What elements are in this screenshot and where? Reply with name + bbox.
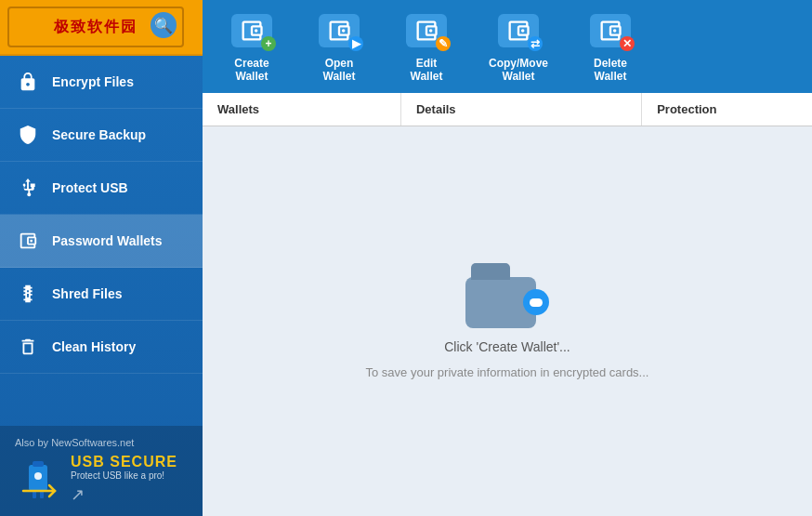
open-wallet-button[interactable]: ▶ OpenWallet — [297, 0, 381, 93]
copy-move-wallet-badge: ⇄ — [528, 36, 543, 51]
sidebar-label-protect-usb: Protect USB — [52, 180, 128, 195]
shield-icon — [15, 122, 41, 148]
svg-rect-2 — [33, 461, 44, 467]
footer-brand: USB SECURE Protect USB like a pro! ↗ — [15, 454, 188, 505]
delete-wallet-button[interactable]: ✕ DeleteWallet — [569, 0, 652, 93]
sidebar-item-shred-files[interactable]: Shred Files — [0, 268, 203, 321]
toolbar: + CreateWallet ▶ OpenWallet ✎ EditWall — [203, 0, 812, 93]
svg-point-0 — [30, 240, 33, 243]
footer-arrow-icon: ↗ — [71, 484, 177, 505]
logo-search-icon: 🔍 — [151, 12, 177, 38]
sidebar-item-password-wallets[interactable]: Password Wallets — [0, 215, 203, 268]
sidebar-item-clean-history[interactable]: Clean History — [0, 321, 203, 374]
open-wallet-badge: ▶ — [348, 36, 363, 51]
sidebar-label-shred-files: Shred Files — [52, 286, 122, 301]
logo-text: 极致软件园 — [54, 18, 138, 37]
footer-brand-sub: Protect USB like a pro! — [71, 470, 177, 481]
column-protection: Protection — [642, 93, 812, 126]
placeholder-line2: To save your private information in encr… — [366, 365, 649, 379]
open-wallet-icon: ▶ — [319, 10, 360, 51]
svg-point-9 — [521, 29, 525, 33]
footer-also-text: Also by NewSoftwares.net — [15, 437, 188, 448]
sidebar-item-secure-backup[interactable]: Secure Backup — [0, 109, 203, 162]
create-wallet-button[interactable]: + CreateWallet — [210, 0, 294, 93]
sidebar-item-protect-usb[interactable]: Protect USB — [0, 162, 203, 215]
usb-icon — [15, 175, 41, 201]
shred-icon — [15, 281, 41, 307]
footer-brand-name: USB SECURE — [71, 454, 177, 470]
open-wallet-label: OpenWallet — [323, 57, 356, 84]
table-header: Wallets Details Protection — [203, 93, 812, 126]
logo-box: 极致软件园 🔍 — [7, 7, 184, 47]
copy-move-wallet-button[interactable]: ⇄ Copy/MoveWallet — [472, 0, 565, 93]
svg-point-7 — [342, 29, 346, 33]
sidebar-label-password-wallets: Password Wallets — [52, 233, 163, 248]
sidebar: 极致软件园 🔍 Encrypt Files Secure Backup Prot… — [0, 0, 203, 516]
create-wallet-badge: + — [261, 36, 276, 51]
placeholder-wallet-icon — [465, 263, 549, 328]
svg-point-8 — [429, 29, 433, 33]
delete-wallet-icon: ✕ — [590, 10, 631, 51]
column-wallets: Wallets — [203, 93, 401, 126]
copy-move-wallet-label: Copy/MoveWallet — [489, 57, 548, 84]
main-area: + CreateWallet ▶ OpenWallet ✎ EditWall — [203, 0, 812, 516]
edit-wallet-label: EditWallet — [411, 57, 443, 84]
delete-wallet-badge: ✕ — [620, 36, 635, 51]
column-details: Details — [401, 93, 642, 126]
placeholder-line1: Click 'Create Wallet'... — [444, 339, 570, 354]
create-wallet-icon: + — [231, 10, 272, 51]
svg-point-5 — [34, 472, 42, 480]
sidebar-item-encrypt-files[interactable]: Encrypt Files — [0, 56, 203, 109]
sidebar-footer: Also by NewSoftwares.net USB SECURE Prot… — [0, 426, 203, 516]
delete-wallet-label: DeleteWallet — [594, 57, 627, 84]
copy-move-wallet-icon: ⇄ — [498, 10, 539, 51]
sidebar-label-encrypt-files: Encrypt Files — [52, 74, 134, 89]
sidebar-label-secure-backup: Secure Backup — [52, 127, 146, 142]
create-wallet-label: CreateWallet — [234, 57, 268, 84]
content-area: Click 'Create Wallet'... To save your pr… — [203, 126, 812, 516]
edit-wallet-badge: ✎ — [436, 36, 451, 51]
wallet-placeholder: Click 'Create Wallet'... To save your pr… — [366, 263, 649, 379]
footer-brand-text: USB SECURE Protect USB like a pro! ↗ — [71, 454, 177, 505]
usb-secure-icon — [15, 456, 61, 503]
logo-area: 极致软件园 🔍 — [0, 0, 203, 56]
lock-icon — [15, 69, 41, 95]
edit-wallet-button[interactable]: ✎ EditWallet — [385, 0, 468, 93]
clean-icon — [15, 334, 41, 360]
sidebar-label-clean-history: Clean History — [52, 339, 136, 354]
svg-point-10 — [613, 29, 617, 33]
edit-wallet-icon: ✎ — [406, 10, 447, 51]
wallet-icon — [15, 228, 41, 254]
svg-point-6 — [255, 29, 258, 33]
